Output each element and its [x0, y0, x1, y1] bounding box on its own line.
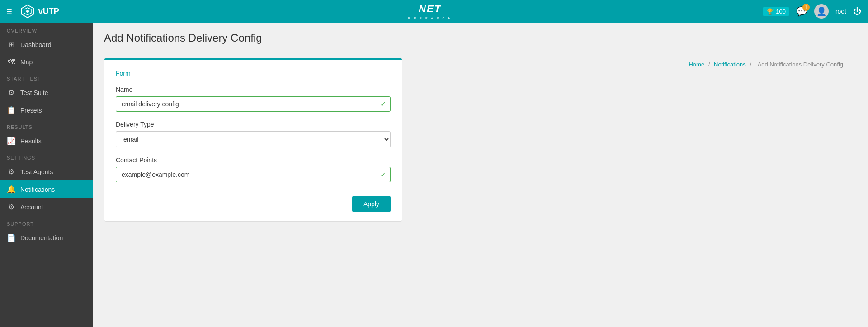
account-icon: ⚙ — [7, 203, 16, 211]
navbar: ≡ vUTP NET R E S E A R C H 🏆 100 💬 1 👤 r… — [0, 0, 868, 23]
name-label: Name — [116, 86, 391, 93]
results-icon: 📈 — [7, 137, 16, 145]
power-icon[interactable]: ⏻ — [853, 7, 861, 16]
name-check-icon: ✓ — [380, 100, 386, 109]
sidebar-item-label-notifications: Notifications — [20, 186, 55, 193]
section-label-results: RESULTS — [0, 119, 93, 132]
avatar-icon: 👤 — [816, 6, 826, 16]
notifications-icon: 🔔 — [7, 185, 16, 194]
presets-icon: 📋 — [7, 106, 16, 114]
documentation-icon: 📄 — [7, 233, 16, 242]
form-actions: Apply — [116, 191, 391, 212]
form-card: Form Name ✓ Delivery Type email sms webh… — [104, 58, 402, 222]
test-suite-icon: ⚙ — [7, 88, 16, 97]
name-input[interactable] — [116, 96, 391, 112]
sidebar-section-support: SUPPORT 📄 Documentation — [0, 216, 93, 246]
sidebar-item-results[interactable]: 📈 Results — [0, 132, 93, 150]
sidebar-section-settings: SETTINGS ⚙ Test Agents 🔔 Notifications ⚙… — [0, 150, 93, 216]
sidebar-item-presets[interactable]: 📋 Presets — [0, 101, 93, 119]
app-body: OVERVIEW ⊞ Dashboard 🗺 Map START TEST ⚙ … — [0, 23, 868, 327]
brand-name: vUTP — [38, 7, 59, 16]
vutp-logo-icon — [20, 4, 35, 19]
sidebar-item-label-results: Results — [20, 137, 42, 145]
contact-points-label: Contact Points — [116, 156, 391, 164]
breadcrumb: Home / Notifications / Add Notifications… — [689, 61, 845, 68]
contact-points-group: Contact Points ✓ — [116, 156, 391, 182]
sidebar: OVERVIEW ⊞ Dashboard 🗺 Map START TEST ⚙ … — [0, 23, 93, 327]
page-header: Add Notifications Delivery Config Home /… — [104, 32, 857, 51]
sidebar-item-dashboard[interactable]: ⊞ Dashboard — [0, 36, 93, 53]
apply-button[interactable]: Apply — [352, 196, 391, 212]
sidebar-section-overview: OVERVIEW ⊞ Dashboard 🗺 Map — [0, 23, 93, 71]
sidebar-item-map[interactable]: 🗺 Map — [0, 53, 93, 71]
section-label-start-test: START TEST — [0, 71, 93, 84]
map-icon: 🗺 — [7, 58, 16, 66]
sidebar-item-account[interactable]: ⚙ Account — [0, 198, 93, 216]
main-content: Add Notifications Delivery Config Home /… — [93, 23, 868, 327]
contact-points-check-icon: ✓ — [380, 171, 386, 179]
net-logo: NET — [408, 3, 452, 16]
svg-point-2 — [26, 10, 29, 13]
net-sub: R E S E A R C H — [408, 17, 452, 20]
section-label-overview: OVERVIEW — [0, 23, 93, 36]
sidebar-item-label-test-suite: Test Suite — [20, 89, 48, 96]
brand-logo: ≡ vUTP — [7, 4, 97, 19]
section-label-support: SUPPORT — [0, 216, 93, 229]
breadcrumb-current: Add Notifications Delivery Config — [758, 61, 843, 68]
hamburger-button[interactable]: ≡ — [7, 6, 12, 17]
sidebar-item-documentation[interactable]: 📄 Documentation — [0, 229, 93, 246]
breadcrumb-sep2: / — [750, 61, 751, 68]
dashboard-icon: ⊞ — [7, 40, 16, 49]
contact-points-input[interactable] — [116, 167, 391, 182]
delivery-type-select[interactable]: email sms webhook — [116, 131, 391, 147]
page-title: Add Notifications Delivery Config — [104, 32, 262, 44]
breadcrumb-notifications[interactable]: Notifications — [714, 61, 746, 68]
test-agents-icon: ⚙ — [7, 167, 16, 176]
avatar[interactable]: 👤 — [814, 4, 829, 19]
name-group: Name ✓ — [116, 86, 391, 112]
breadcrumb-home[interactable]: Home — [689, 61, 704, 68]
sidebar-item-label-account: Account — [20, 204, 43, 211]
sidebar-item-label-dashboard: Dashboard — [20, 41, 52, 48]
score-value: 100 — [776, 8, 786, 15]
navbar-center: NET R E S E A R C H — [97, 3, 763, 20]
sidebar-item-label-documentation: Documentation — [20, 234, 63, 242]
name-input-wrapper: ✓ — [116, 96, 391, 112]
notification-count: 1 — [802, 4, 810, 11]
form-section-title: Form — [116, 70, 391, 77]
score-icon: 🏆 — [766, 8, 774, 15]
sidebar-section-results: RESULTS 📈 Results — [0, 119, 93, 150]
contact-points-input-wrapper: ✓ — [116, 167, 391, 182]
sidebar-item-notifications[interactable]: 🔔 Notifications — [0, 180, 93, 198]
score-badge: 🏆 100 — [763, 7, 789, 16]
sidebar-section-start-test: START TEST ⚙ Test Suite 📋 Presets — [0, 71, 93, 119]
sidebar-item-test-agents[interactable]: ⚙ Test Agents — [0, 163, 93, 180]
username: root — [835, 8, 846, 15]
sidebar-item-label-test-agents: Test Agents — [20, 168, 53, 175]
delivery-type-label: Delivery Type — [116, 121, 391, 128]
delivery-type-group: Delivery Type email sms webhook — [116, 121, 391, 147]
sidebar-item-label-presets: Presets — [20, 107, 42, 114]
navbar-right: 🏆 100 💬 1 👤 root ⏻ — [763, 4, 861, 19]
breadcrumb-sep1: / — [708, 61, 710, 68]
notification-bell[interactable]: 💬 1 — [796, 6, 807, 17]
section-label-settings: SETTINGS — [0, 150, 93, 163]
sidebar-item-test-suite[interactable]: ⚙ Test Suite — [0, 84, 93, 101]
sidebar-item-label-map: Map — [20, 58, 33, 66]
